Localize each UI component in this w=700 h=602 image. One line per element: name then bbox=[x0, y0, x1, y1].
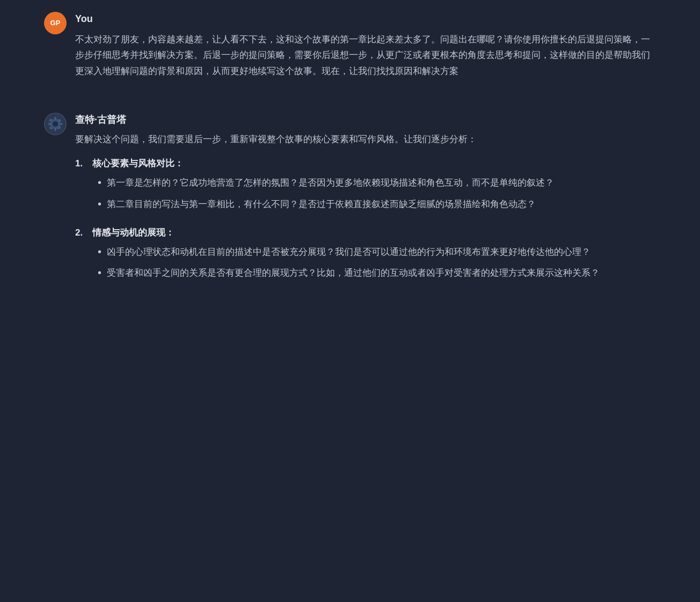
svg-point-2 bbox=[53, 121, 58, 127]
bullet-item-2-2: • 受害者和凶手之间的关系是否有更合理的展现方式？比如，通过他们的互动或者凶手对… bbox=[92, 265, 656, 281]
bullet-dot-2-1: • bbox=[98, 244, 101, 260]
bullet-text-1-1: 第一章是怎样的？它成功地营造了怎样的氛围？是否因为更多地依赖现场描述和角色互动，… bbox=[107, 175, 554, 191]
list-section-1: 核心要素与风格对比： • 第一章是怎样的？它成功地营造了怎样的氛围？是否因为更多… bbox=[92, 156, 656, 217]
bot-avatar-inner bbox=[45, 114, 65, 134]
user-message-block: GP You 不太对劲了朋友，内容越来越差，让人看不下去，这和这个故事的第一章比… bbox=[44, 11, 656, 79]
list-section-2: 情感与动机的展现： • 凶手的心理状态和动机在目前的描述中是否被充分展现？我们是… bbox=[92, 225, 656, 287]
svg-rect-4 bbox=[55, 128, 56, 131]
user-message-text: 不太对劲了朋友，内容越来越差，让人看不下去，这和这个故事的第一章比起来差太多了。… bbox=[75, 32, 656, 79]
bot-message-content: 查特·古普塔 要解决这个问题，我们需要退后一步，重新审视整个故事的核心要素和写作… bbox=[75, 112, 656, 294]
bullet-list-1: • 第一章是怎样的？它成功地营造了怎样的氛围？是否因为更多地依赖现场描述和角色互… bbox=[92, 175, 656, 212]
list-number-2: 2. bbox=[75, 225, 88, 241]
bullet-item-1-1: • 第一章是怎样的？它成功地营造了怎样的氛围？是否因为更多地依赖现场描述和角色互… bbox=[92, 175, 656, 191]
bullet-list-2: • 凶手的心理状态和动机在目前的描述中是否被充分展现？我们是否可以通过他的行为和… bbox=[92, 244, 656, 282]
svg-rect-5 bbox=[48, 123, 51, 124]
user-avatar-initials: GP bbox=[50, 17, 61, 29]
section-title-2: 情感与动机的展现： bbox=[92, 227, 174, 238]
list-number-1: 1. bbox=[75, 156, 88, 172]
user-name: You bbox=[75, 11, 656, 27]
svg-rect-6 bbox=[60, 123, 62, 124]
user-message-content: You 不太对劲了朋友，内容越来越差，让人看不下去，这和这个故事的第一章比起来差… bbox=[75, 11, 656, 79]
bullet-text-1-2: 第二章目前的写法与第一章相比，有什么不同？是否过于依赖直接叙述而缺乏细腻的场景描… bbox=[107, 196, 536, 212]
bullet-item-1-2: • 第二章目前的写法与第一章相比，有什么不同？是否过于依赖直接叙述而缺乏细腻的场… bbox=[92, 196, 656, 212]
bullet-text-2-2: 受害者和凶手之间的关系是否有更合理的展现方式？比如，通过他们的互动或者凶手对受害… bbox=[107, 265, 600, 281]
list-item-2: 2. 情感与动机的展现： • 凶手的心理状态和动机在目前的描述中是否被充分展现？… bbox=[75, 225, 656, 287]
bullet-dot-1-1: • bbox=[98, 174, 101, 190]
bot-message-block: 查特·古普塔 要解决这个问题，我们需要退后一步，重新审视整个故事的核心要素和写作… bbox=[44, 112, 656, 294]
chat-container: GP You 不太对劲了朋友，内容越来越差，让人看不下去，这和这个故事的第一章比… bbox=[28, 0, 672, 326]
svg-rect-3 bbox=[55, 117, 56, 120]
bullet-item-2-1: • 凶手的心理状态和动机在目前的描述中是否被充分展现？我们是否可以通过他的行为和… bbox=[92, 244, 656, 260]
bot-sections-list: 1. 核心要素与风格对比： • 第一章是怎样的？它成功地营造了怎样的氛围？是否因… bbox=[75, 156, 656, 287]
user-avatar: GP bbox=[44, 12, 67, 34]
bullet-dot-1-2: • bbox=[98, 196, 101, 212]
bot-intro: 要解决这个问题，我们需要退后一步，重新审视整个故事的核心要素和写作风格。让我们逐… bbox=[75, 132, 656, 148]
list-item-1: 1. 核心要素与风格对比： • 第一章是怎样的？它成功地营造了怎样的氛围？是否因… bbox=[75, 156, 656, 217]
bullet-text-2-1: 凶手的心理状态和动机在目前的描述中是否被充分展现？我们是否可以通过他的行为和环境… bbox=[107, 244, 590, 260]
section-title-1: 核心要素与风格对比： bbox=[92, 158, 184, 168]
bot-name: 查特·古普塔 bbox=[75, 112, 656, 128]
bot-avatar-icon bbox=[46, 114, 65, 134]
bullet-dot-2-2: • bbox=[98, 265, 101, 281]
bot-avatar bbox=[44, 113, 67, 135]
